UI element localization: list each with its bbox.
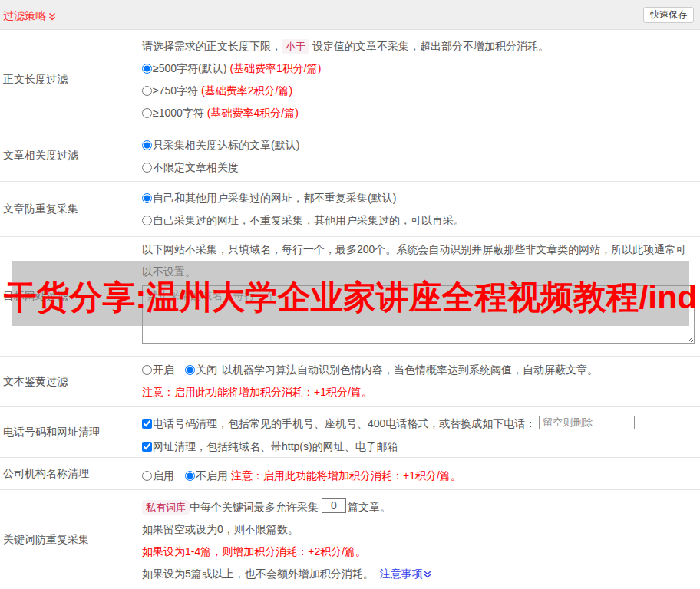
content-line: ≥750字符(基础费率2积分/篇)	[142, 80, 700, 102]
radio-option-text: 自己采集过的网址，不重复采集，其他用户采集过的，可以再采。	[153, 214, 464, 226]
desc-text-before: 请选择需求的正文长度下限，	[142, 40, 282, 52]
radio-option-500chars[interactable]: ≥500字符(默认)	[142, 62, 226, 74]
keyword-note-cost: 如果设为1-4篇，则增加积分消耗：+2积分/篇。	[142, 541, 700, 563]
checkbox-option-phone-clean[interactable]: 电话号码清理，包括常见的手机号、座机号、400电话格式，或替换成如下电话：	[142, 417, 536, 429]
row-label: 正文长度过滤	[0, 30, 142, 130]
radio-option-relevance-any[interactable]: 不限定文章相关度	[142, 161, 239, 173]
radio-option-porn-on[interactable]: 开启	[142, 364, 174, 376]
less-than-chip: 小于	[282, 39, 309, 54]
body-length-description: 请选择需求的正文长度下限，小于设定值的文章不采集，超出部分不增加积分消耗。	[142, 35, 700, 58]
private-lexicon-chip: 私有词库	[142, 500, 190, 515]
radio-option-text: ≥750字符	[153, 84, 198, 97]
radio-500chars[interactable]	[142, 64, 152, 74]
row-label: 文章相关度过滤	[0, 130, 142, 181]
radio-option-relevance-strict[interactable]: 只采集相关度达标的文章(默认)	[142, 139, 299, 151]
row-label: 公司机构名称清理	[0, 458, 142, 489]
panel-title[interactable]: 过滤策略	[3, 1, 56, 30]
radio-option-company-on[interactable]: 启用	[142, 469, 174, 482]
row-porn-filter: 文本鉴黄过滤 开启关闭以机器学习算法自动识别色情内容，当色情概率达到系统阈值，自…	[0, 357, 700, 407]
keyword-limit-text: 中每个关键词最多允许采集	[190, 501, 319, 513]
keyword-note-unlimited: 如果留空或设为0，则不限篇数。	[142, 518, 700, 541]
keyword-limit-suffix: 篇文章。	[348, 501, 391, 513]
row-content: 电话号码清理，包括常见的手机号、座机号、400电话格式，或替换成如下电话： 网址…	[142, 407, 700, 457]
row-dedup-collect: 文章防重复采集 自己和其他用户采集过的网址，都不重复采集(默认) 自己采集过的网…	[0, 182, 700, 237]
radio-option-text: 开启	[153, 364, 174, 376]
checkbox-option-text: 网址清理，包括纯域名、带http(s)的网址、电子邮箱	[153, 440, 398, 452]
radio-option-dedup-all[interactable]: 自己和其他用户采集过的网址，都不重复采集(默认)	[142, 192, 396, 204]
content-line: 如果设为5篇或以上，也不会额外增加积分消耗。注意事项	[142, 563, 700, 585]
radio-relevance-any[interactable]	[142, 163, 152, 173]
row-content: 请选择需求的正文长度下限，小于设定值的文章不采集，超出部分不增加积分消耗。 ≥5…	[142, 30, 700, 130]
row-relevance-filter: 文章相关度过滤 只采集相关度达标的文章(默认) 不限定文章相关度	[0, 130, 700, 182]
radio-dedup-all[interactable]	[142, 193, 152, 203]
radio-option-1000chars[interactable]: ≥1000字符	[142, 107, 204, 119]
filter-strategy-page: 过滤策略 快速保存 正文长度过滤 请选择需求的正文长度下限，小于设定值的文章不采…	[0, 0, 700, 589]
panel-header: 过滤策略 快速保存	[0, 0, 700, 30]
row-label: 电话号码和网址清理	[0, 407, 142, 457]
row-label: 目标网站过滤	[0, 237, 142, 356]
radio-option-text: 不启用	[196, 469, 228, 482]
radio-1000chars[interactable]	[142, 108, 152, 118]
radio-option-porn-off[interactable]: 关闭	[185, 364, 217, 376]
notice-link[interactable]: 注意事项	[380, 568, 432, 580]
row-body-length-filter: 正文长度过滤 请选择需求的正文长度下限，小于设定值的文章不采集，超出部分不增加积…	[0, 30, 700, 130]
replacement-phone-input[interactable]	[539, 416, 635, 429]
checkbox-option-text: 电话号码清理，包括常见的手机号、座机号、400电话格式，或替换成如下电话：	[153, 417, 536, 429]
site-block-description-line2: 以不设置。	[142, 261, 700, 283]
radio-porn-on[interactable]	[142, 365, 152, 375]
notice-link-text: 注意事项	[380, 568, 423, 580]
porn-filter-cost-note: 注意：启用此功能将增加积分消耗：+1积分/篇。	[142, 381, 700, 403]
checkbox-phone-clean[interactable]	[142, 419, 152, 429]
blocked-domains-textarea[interactable]	[142, 285, 695, 344]
porn-filter-description: 以机器学习算法自动识别色情内容，当色情概率达到系统阈值，自动屏蔽文章。	[222, 364, 598, 376]
content-line: ≥1000字符(基础费率4积分/篇)	[142, 102, 700, 124]
radio-option-company-off[interactable]: 不启用	[185, 469, 228, 482]
row-label: 文本鉴黄过滤	[0, 357, 142, 406]
rate-note: (基础费率4积分/篇)	[207, 107, 299, 119]
rate-note: (基础费率1积分/篇)	[229, 62, 321, 74]
row-content: 开启关闭以机器学习算法自动识别色情内容，当色情概率达到系统阈值，自动屏蔽文章。 …	[142, 357, 700, 406]
content-line: 自己采集过的网址，不重复采集，其他用户采集过的，可以再采。	[142, 209, 700, 232]
content-line: 启用不启用注意：启用此功能将增加积分消耗：+1积分/篇。	[142, 465, 700, 487]
radio-company-off[interactable]	[185, 471, 195, 481]
rate-note: (基础费率2积分/篇)	[201, 84, 292, 97]
row-content: 只采集相关度达标的文章(默认) 不限定文章相关度	[142, 130, 700, 181]
content-line: 电话号码清理，包括常见的手机号、座机号、400电话格式，或替换成如下电话：	[142, 412, 700, 435]
radio-relevance-strict[interactable]	[142, 140, 152, 150]
double-chevron-down-icon	[48, 2, 56, 31]
content-line: 开启关闭以机器学习算法自动识别色情内容，当色情概率达到系统阈值，自动屏蔽文章。	[142, 359, 700, 381]
radio-option-text: 不限定文章相关度	[153, 161, 239, 173]
radio-750chars[interactable]	[142, 86, 152, 96]
row-content: 以下网站不采集，只填域名，每行一个，最多200个。系统会自动识别并屏蔽那些非文章…	[142, 237, 700, 356]
row-keyword-dedup: 关键词防重复采集 私有词库中每个关键词最多允许采集篇文章。 如果留空或设为0，则…	[0, 490, 700, 589]
row-site-block: 目标网站过滤 以下网站不采集，只填域名，每行一个，最多200个。系统会自动识别并…	[0, 237, 700, 357]
content-line: 自己和其他用户采集过的网址，都不重复采集(默认)	[142, 187, 700, 209]
radio-option-750chars[interactable]: ≥750字符	[142, 84, 198, 97]
radio-option-text: ≥500字符(默认)	[153, 62, 226, 74]
keyword-limit-input[interactable]	[322, 498, 346, 513]
content-line: ≥500字符(默认)(基础费率1积分/篇)	[142, 58, 700, 80]
row-phone-url-clean: 电话号码和网址清理 电话号码清理，包括常见的手机号、座机号、400电话格式，或替…	[0, 407, 700, 458]
radio-option-text: 自己和其他用户采集过的网址，都不重复采集(默认)	[153, 192, 396, 204]
double-chevron-down-icon	[423, 568, 432, 580]
company-clean-cost-note: 注意：启用此功能将增加积分消耗：+1积分/篇。	[231, 469, 461, 482]
radio-option-text: 启用	[153, 469, 174, 482]
radio-option-text: ≥1000字符	[153, 107, 204, 119]
panel-title-text: 过滤策略	[3, 9, 46, 21]
row-label: 关键词防重复采集	[0, 490, 142, 589]
site-block-description-line1: 以下网站不采集，只填域名，每行一个，最多200个。系统会自动识别并屏蔽那些非文章…	[142, 239, 700, 261]
keyword-note-five-plus: 如果设为5篇或以上，也不会额外增加积分消耗。	[142, 568, 374, 580]
content-line: 私有词库中每个关键词最多允许采集篇文章。	[142, 496, 700, 518]
content-line: 不限定文章相关度	[142, 156, 700, 179]
radio-option-text: 关闭	[196, 364, 217, 376]
radio-company-on[interactable]	[142, 471, 152, 481]
checkbox-option-url-clean[interactable]: 网址清理，包括纯域名、带http(s)的网址、电子邮箱	[142, 440, 398, 452]
row-label: 文章防重复采集	[0, 182, 142, 236]
content-line: 只采集相关度达标的文章(默认)	[142, 134, 700, 156]
quick-save-button[interactable]: 快速保存	[643, 7, 694, 23]
radio-porn-off[interactable]	[185, 365, 195, 375]
checkbox-url-clean[interactable]	[142, 442, 152, 452]
radio-option-dedup-own[interactable]: 自己采集过的网址，不重复采集，其他用户采集过的，可以再采。	[142, 214, 464, 226]
radio-dedup-own[interactable]	[142, 216, 152, 225]
content-line: 网址清理，包括纯域名、带http(s)的网址、电子邮箱	[142, 435, 700, 458]
